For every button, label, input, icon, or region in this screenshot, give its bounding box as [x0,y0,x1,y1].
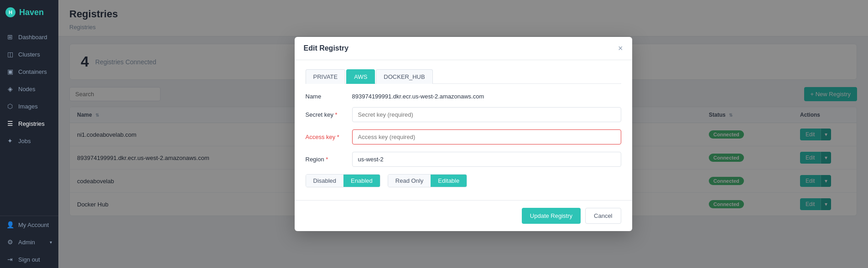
dashboard-icon: ⊞ [6,33,14,41]
modal-title: Edit Registry [304,44,349,52]
disabled-toggle[interactable]: Disabled [306,175,344,187]
secret-key-input[interactable] [352,107,621,122]
sidebar-item-registries[interactable]: ☰ Registries [0,115,58,132]
sidebar-label-nodes: Nodes [18,86,36,93]
app-logo[interactable]: H Haven [0,0,58,25]
sidebar-label-images: Images [18,103,38,110]
secret-key-row: Secret key [306,107,621,122]
containers-icon: ▣ [6,68,14,75]
sidebar-item-my-account[interactable]: 👤 My Account [0,216,58,233]
sidebar-label-clusters: Clusters [18,51,40,58]
secret-key-label: Secret key [306,111,347,118]
modal-tabs: PRIVATE AWS DOCKER_HUB [306,69,621,84]
modal-footer: Update Registry Cancel [295,200,632,231]
sidebar: H Haven ⊞ Dashboard ◫ Clusters ▣ Contain… [0,0,58,268]
access-key-input[interactable] [352,129,621,144]
state-toggle-group: Disabled Enabled [306,174,380,187]
images-icon: ⬡ [6,103,14,110]
sign-out-icon: ⇥ [6,256,14,263]
editable-toggle[interactable]: Editable [431,175,467,187]
sidebar-item-containers[interactable]: ▣ Containers [0,63,58,80]
edit-registry-modal: Edit Registry × PRIVATE AWS DOCKER_HUB [295,37,632,231]
registries-icon: ☰ [6,120,14,127]
sidebar-label-my-account: My Account [18,222,49,228]
modal-close-button[interactable]: × [618,44,623,52]
readonly-toggle[interactable]: Read Only [388,175,431,187]
sidebar-item-admin[interactable]: ⚙ Admin ▾ [0,233,58,251]
main-content: Registries Registries 4 Registries Conne… [58,0,868,268]
logo-icon: H [5,7,16,17]
sidebar-label-dashboard: Dashboard [18,34,47,41]
sidebar-label-admin: Admin [18,239,35,246]
my-account-icon: 👤 [6,221,14,228]
enabled-toggle[interactable]: Enabled [343,175,380,187]
sidebar-bottom: 👤 My Account ⚙ Admin ▾ ⇥ Sign out [0,216,58,268]
toggle-section: Disabled Enabled Read Only Editable [306,174,621,187]
clusters-icon: ◫ [6,51,14,58]
sidebar-label-containers: Containers [18,68,47,75]
close-icon: × [618,44,623,53]
name-value: 893974199991.dkr.ecr.us-west-2.amazonaws… [352,93,484,100]
modal-body: PRIVATE AWS DOCKER_HUB Name 893974199991… [295,60,632,200]
region-label: Region [306,156,347,163]
tab-private[interactable]: PRIVATE [306,69,346,84]
sidebar-item-images[interactable]: ⬡ Images [0,98,58,115]
sidebar-item-nodes[interactable]: ◈ Nodes [0,80,58,98]
sidebar-item-sign-out[interactable]: ⇥ Sign out [0,251,58,268]
nodes-icon: ◈ [6,85,14,93]
region-row: Region [306,152,621,167]
modal-overlay[interactable]: Edit Registry × PRIVATE AWS DOCKER_HUB [58,0,868,268]
sidebar-item-clusters[interactable]: ◫ Clusters [0,46,58,63]
access-key-row: Access key [306,129,621,144]
admin-icon: ⚙ [6,238,14,246]
tab-docker-hub[interactable]: DOCKER_HUB [376,69,432,84]
admin-chevron-icon: ▾ [50,240,52,245]
access-key-label: Access key [306,134,347,140]
name-label: Name [306,93,347,100]
modal-header: Edit Registry × [295,37,632,60]
update-registry-button[interactable]: Update Registry [522,208,581,224]
region-input[interactable] [352,152,621,167]
tab-aws[interactable]: AWS [346,69,375,84]
cancel-button[interactable]: Cancel [585,208,621,224]
name-field-row: Name 893974199991.dkr.ecr.us-west-2.amaz… [306,93,621,100]
sidebar-item-dashboard[interactable]: ⊞ Dashboard [0,28,58,46]
jobs-icon: ✦ [6,137,14,144]
sidebar-nav: ⊞ Dashboard ◫ Clusters ▣ Containers ◈ No… [0,25,58,216]
sidebar-label-sign-out: Sign out [18,256,40,263]
app-name: Haven [19,8,44,17]
sidebar-label-jobs: Jobs [18,138,31,144]
sidebar-label-registries: Registries [18,120,45,127]
sidebar-item-jobs[interactable]: ✦ Jobs [0,132,58,149]
access-toggle-group: Read Only Editable [388,174,467,187]
